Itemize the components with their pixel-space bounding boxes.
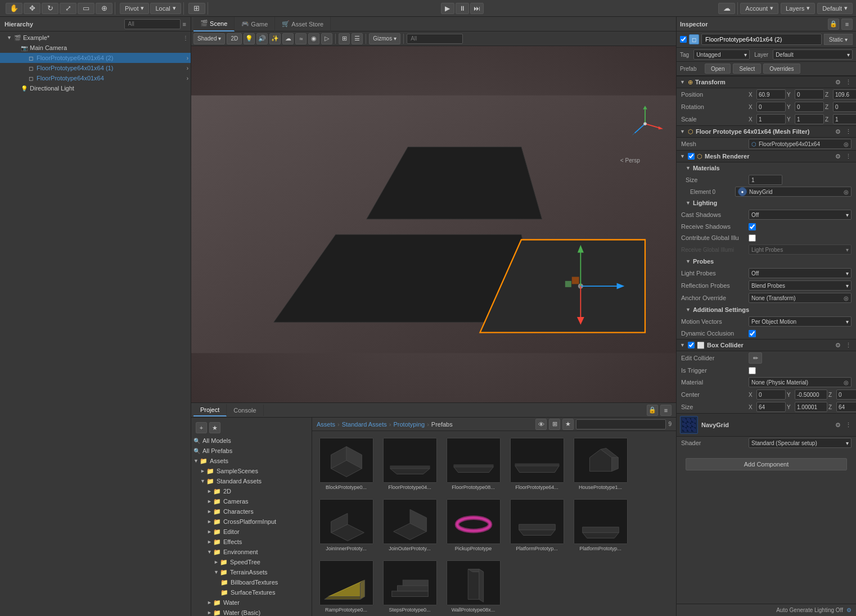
account-dropdown[interactable]: Account ▾ [740, 3, 778, 14]
tree-effects[interactable]: ► 📁 Effects [191, 537, 312, 547]
pos-z-input[interactable] [833, 89, 856, 99]
asset-fav-btn[interactable]: ★ [562, 419, 574, 430]
center-z-input[interactable] [836, 389, 856, 400]
box-collider-enabled[interactable] [688, 342, 695, 348]
tab-console[interactable]: Console [227, 405, 263, 416]
asset-platform1[interactable]: PlatformPrototyp... [507, 497, 566, 554]
inspector-menu[interactable]: ≡ [841, 19, 853, 30]
mesh-pick-btn[interactable]: ◎ [844, 141, 849, 147]
asset-platform2[interactable]: PlatformPrototyp... [571, 497, 630, 554]
snap-settings[interactable]: ⊞ [339, 33, 350, 44]
tree-editor[interactable]: ► 📁 Editor [191, 527, 312, 537]
sky-btn[interactable]: ☁ [282, 33, 294, 44]
pos-y-input[interactable] [795, 89, 824, 99]
auto-lighting-btn[interactable]: ⚙ [846, 607, 852, 613]
mesh-field[interactable]: ⬡ FloorPrototype64x01x64 ◎ [749, 139, 852, 149]
example-menu[interactable]: ⋮ [183, 35, 188, 41]
mesh-renderer-header[interactable]: ▼ ⬡ Mesh Renderer ⚙ ⋮ [677, 150, 856, 162]
asset-join-outer[interactable]: JoinOuterPrototy... [380, 497, 439, 554]
asset-house[interactable]: HousePrototype1... [571, 436, 630, 492]
reflection-probes-dropdown[interactable]: Blend Probes ▾ [749, 280, 852, 291]
probes-section[interactable]: ▼ Probes [677, 256, 856, 267]
transform-settings-btn[interactable]: ⚙ [834, 79, 842, 86]
tree-water[interactable]: ► 📁 Water [191, 597, 312, 608]
step-button[interactable]: ⏭ [470, 3, 484, 14]
anchor-field[interactable]: None (Transform) ◎ [749, 293, 852, 303]
asset-floor64[interactable]: FloorPrototype64... [507, 436, 566, 492]
tab-asset-store[interactable]: 🛒 Asset Store [275, 17, 331, 31]
scale-z-input[interactable] [833, 114, 856, 124]
mesh-filter-header[interactable]: ▼ ⬡ Floor Prototype 64x01x64 (Mesh Filte… [677, 125, 856, 138]
asset-block-prototype[interactable]: BlockPrototype0... [317, 436, 376, 492]
tree-item-floor0[interactable]: ◻ FloorPrototype64x01x64 › [0, 73, 191, 83]
size-input[interactable] [749, 175, 782, 185]
asset-view-btn2[interactable]: ⊞ [549, 419, 560, 430]
tag-dropdown[interactable]: Untagged ▾ [693, 49, 750, 60]
gizmos-dropdown[interactable]: Gizmos ▾ [369, 33, 400, 44]
box-collider-more-btn[interactable]: ⋮ [844, 342, 853, 349]
tree-2d[interactable]: ► 📁 2D [191, 486, 312, 496]
asset-view-btn1[interactable]: 👁 [535, 419, 547, 430]
breadcrumb-standard[interactable]: Standard Assets [342, 421, 387, 428]
contribute-gi-checkbox[interactable] [749, 234, 756, 242]
2d-btn[interactable]: 2D [227, 33, 242, 44]
edit-collider-btn[interactable]: ✏ [749, 352, 762, 364]
pause-button[interactable]: ⏸ [456, 3, 469, 14]
mesh-filter-more-btn[interactable]: ⋮ [844, 128, 853, 135]
tab-scene[interactable]: 🎬 Scene [193, 17, 235, 31]
tree-assets[interactable]: ▼ 📁 Assets [191, 456, 312, 466]
project-all-prefabs[interactable]: 🔍 All Prefabs [191, 446, 312, 456]
tree-surface[interactable]: 📁 SurfaceTextures [191, 587, 312, 597]
layers-btn[interactable]: ☰ [352, 33, 363, 44]
motion-vectors-dropdown[interactable]: Per Object Motion ▾ [749, 316, 852, 327]
tree-characters[interactable]: ► 📁 Characters [191, 506, 312, 517]
snap-btn[interactable]: ⊞ [188, 3, 205, 14]
transform-more-btn[interactable]: ⋮ [844, 79, 853, 86]
asset-join-inner[interactable]: JoinInnerPrototy... [317, 497, 376, 554]
layer-dropdown[interactable]: Default ▾ [773, 49, 853, 60]
receive-shadows-checkbox[interactable] [749, 223, 756, 230]
tree-cross-platform[interactable]: ► 📁 CrossPlatformInput [191, 517, 312, 527]
prefab-overrides-btn[interactable]: Overrides [763, 64, 800, 74]
material-field[interactable]: ● NavyGrid ◎ [735, 187, 852, 197]
tree-billboard[interactable]: 📁 BillboardTextures [191, 577, 312, 587]
hierarchy-search[interactable] [124, 19, 181, 29]
material-pick-btn[interactable]: ◎ [844, 189, 849, 195]
lighting-section[interactable]: ▼ Lighting [677, 197, 856, 209]
tree-water-basic[interactable]: ► 📁 Water (Basic) [191, 608, 312, 616]
tab-project[interactable]: Project [193, 404, 227, 416]
transform-header[interactable]: ▼ ⊕ Transform ⚙ ⋮ [677, 76, 856, 88]
rot-x-input[interactable] [756, 102, 786, 112]
asset-floor08[interactable]: FloorPrototype08... [444, 436, 503, 492]
col-size-y-input[interactable] [795, 402, 827, 412]
floor1-arrow[interactable]: › [187, 65, 188, 71]
shading-dropdown[interactable]: Shaded ▾ [193, 33, 225, 44]
tree-item-camera[interactable]: 📷 Main Camera [0, 43, 191, 53]
pivot-dropdown[interactable]: Pivot ▾ [120, 3, 149, 14]
pos-x-input[interactable] [756, 89, 786, 99]
asset-pickup[interactable]: PickupPrototype [444, 497, 503, 554]
layers-dropdown[interactable]: Layers ▾ [781, 3, 815, 14]
breadcrumb-assets[interactable]: Assets [317, 421, 335, 428]
asset-ramp[interactable]: RampPrototype0... [317, 558, 376, 615]
project-all-models[interactable]: 🔍 All Models [191, 436, 312, 446]
audio-btn[interactable]: 🔊 [256, 33, 268, 44]
add-folder-btn[interactable]: + [196, 422, 207, 433]
hierarchy-menu[interactable]: ≡ [183, 21, 186, 28]
asset-wall[interactable]: WallPrototype08x... [444, 558, 503, 615]
object-name-input[interactable] [701, 34, 822, 45]
inspector-lock[interactable]: 🔒 [828, 19, 839, 30]
hand-tool[interactable]: ✋ [6, 3, 22, 14]
rot-z-input[interactable] [833, 102, 856, 112]
col-size-z-input[interactable] [836, 402, 856, 412]
materials-section[interactable]: ▼ Materials [677, 162, 856, 174]
additional-settings-section[interactable]: ▼ Additional Settings [677, 304, 856, 315]
center-y-input[interactable] [795, 389, 827, 400]
floor0-arrow[interactable]: › [187, 75, 188, 81]
rect-tool[interactable]: ▭ [78, 3, 94, 14]
move-tool[interactable]: ✥ [24, 3, 40, 14]
floor2-arrow[interactable]: › [187, 55, 188, 61]
fog-btn[interactable]: ≈ [295, 33, 307, 44]
tree-item-floor2[interactable]: ◻ FloorPrototype64x01x64 (2) › [0, 53, 191, 63]
tree-cameras[interactable]: ► 📁 Cameras [191, 496, 312, 506]
